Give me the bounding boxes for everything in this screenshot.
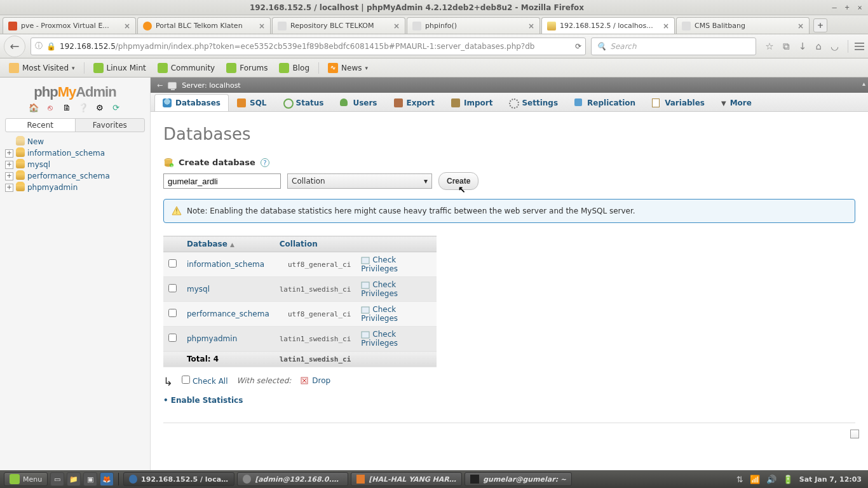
new-tab-button[interactable]: + [813,18,827,32]
show-desktop-button[interactable]: ▭ [50,472,64,486]
bookmark-most-visited[interactable]: Most Visited▾ [4,61,80,75]
browser-tab[interactable]: Portal BLC Telkom Klaten× [137,17,271,34]
browser-tab[interactable]: Repository BLC TELKOM× [272,17,405,34]
close-icon[interactable]: × [663,22,669,30]
db-link[interactable]: performance_schema [182,302,275,327]
close-icon[interactable]: × [393,22,400,30]
row-checkbox[interactable] [168,259,177,268]
expand-icon[interactable]: + [5,172,13,180]
tab-settings[interactable]: Settings [501,94,566,111]
logout-icon[interactable]: ⎋ [44,103,56,114]
tree-new-db[interactable]: New [3,136,147,147]
db-link[interactable]: information_schema [182,252,275,277]
tree-item[interactable]: +information_schema [3,147,147,159]
tab-databases[interactable]: Databases [154,94,229,111]
expand-icon[interactable]: + [5,184,13,192]
nav-back-button[interactable]: ← [4,36,25,57]
window-close-button[interactable]: × [855,3,864,12]
task-button[interactable]: [HAL-HAL YANG HARU... [351,472,462,486]
bookmark-news[interactable]: ∿News▾ [323,61,373,75]
expand-icon[interactable]: + [5,161,13,169]
window-maximize-button[interactable]: + [843,3,851,12]
row-checkbox[interactable] [168,309,177,317]
tab-status[interactable]: Status [275,94,332,111]
tab-sql[interactable]: SQL [229,94,275,111]
bookmark-star-icon[interactable]: ☆ [765,41,773,52]
create-button[interactable]: Create↖ [438,172,478,190]
settings-icon[interactable]: ⚙ [94,103,105,114]
firefox-button[interactable]: 🦊 [100,472,114,486]
pocket-icon[interactable]: ◡ [831,41,839,52]
drop-link[interactable]: Drop [300,376,330,385]
bookmark-community[interactable]: Community [153,61,220,75]
bookmark-linux-mint[interactable]: Linux Mint [88,61,151,75]
server-label[interactable]: Server: localhost [182,81,240,90]
tab-import[interactable]: Import [443,94,501,111]
network-icon[interactable]: ⇅ [736,475,743,484]
reload-icon[interactable]: ⟳ [575,42,581,51]
enable-statistics-link[interactable]: Enable Statistics [163,396,855,405]
search-input[interactable]: 🔍 Search [591,37,756,55]
tab-users[interactable]: Users [332,94,385,111]
browser-tab-active[interactable]: 192.168.152.5 / localhos...× [541,17,675,34]
collapse-icon[interactable]: ▴ [862,80,865,87]
close-icon[interactable]: × [528,22,534,30]
file-manager-button[interactable]: 📁 [67,472,81,486]
check-privileges-link[interactable]: Check Privileges [356,327,437,351]
tab-variables[interactable]: Variables [644,94,713,111]
home-icon[interactable]: 🏠 [28,103,39,114]
library-icon[interactable]: ⧉ [783,41,790,52]
url-input[interactable]: ⓘ 🔒 192.168.152.5/phpmyadmin/index.php?t… [31,37,586,55]
nav-left-icon[interactable]: ← [157,81,163,90]
clock[interactable]: Sat Jan 7, 12:03 [799,475,862,484]
info-icon[interactable]: ⓘ [35,41,43,51]
browser-tab[interactable]: pve - Proxmox Virtual E...× [3,17,136,34]
sql-icon[interactable]: 🗎 [61,103,72,114]
expand-icon[interactable]: + [5,149,13,158]
reload-icon[interactable]: ⟳ [111,103,122,114]
close-icon[interactable]: × [797,22,804,30]
task-button[interactable]: [admin@192.168.0.1 (... [237,472,348,486]
tab-more[interactable]: ▼More [713,94,760,111]
check-all[interactable]: Check All [182,376,227,386]
check-privileges-link[interactable]: Check Privileges [356,252,437,277]
tree-item[interactable]: +performance_schema [3,170,147,182]
close-icon[interactable]: × [124,22,130,30]
battery-icon[interactable]: 🔋 [783,475,793,484]
row-checkbox[interactable] [168,284,177,292]
start-menu-button[interactable]: Menu [4,472,48,486]
col-collation[interactable]: Collation [275,236,356,252]
tab-replication[interactable]: Replication [566,94,644,111]
home-icon[interactable]: ⌂ [815,41,822,52]
check-all-checkbox[interactable] [182,376,190,384]
collation-select[interactable]: Collation▾ [287,173,432,189]
task-button[interactable]: gumelar@gumelar: ~ [465,472,572,486]
settings-corner-button[interactable] [850,430,859,438]
row-checkbox[interactable] [168,334,177,342]
task-button[interactable]: 192.168.152.5 / localh... [123,472,234,486]
check-privileges-link[interactable]: Check Privileges [356,302,437,327]
col-database[interactable]: Database▲ [182,236,275,252]
volume-icon[interactable]: 🔊 [766,475,776,484]
downloads-icon[interactable]: ↓ [799,41,807,52]
db-name-input[interactable] [163,173,281,189]
window-minimize-button[interactable]: – [830,3,839,12]
sidebar-tab-recent[interactable]: Recent [6,119,76,132]
tree-item[interactable]: +mysql [3,159,147,170]
tab-export[interactable]: Export [386,94,443,111]
browser-tab[interactable]: phpinfo()× [407,17,540,34]
bookmark-blog[interactable]: Blog [274,61,315,75]
help-icon[interactable]: ? [261,158,269,167]
sidebar-tab-favorites[interactable]: Favorites [76,119,145,132]
bookmark-forums[interactable]: Forums [221,61,273,75]
phpmyadmin-logo[interactable]: phpMyAdmin [0,84,150,100]
check-privileges-link[interactable]: Check Privileges [356,277,437,302]
menu-button[interactable] [848,40,864,53]
db-link[interactable]: mysql [182,277,275,302]
close-icon[interactable]: × [259,22,265,30]
terminal-button[interactable]: ▣ [83,472,97,486]
wifi-icon[interactable]: 📶 [750,475,760,484]
browser-tab[interactable]: CMS Balitbang× [676,17,810,34]
db-link[interactable]: phpmyadmin [182,327,275,351]
tree-item[interactable]: +phpmyadmin [3,182,147,193]
